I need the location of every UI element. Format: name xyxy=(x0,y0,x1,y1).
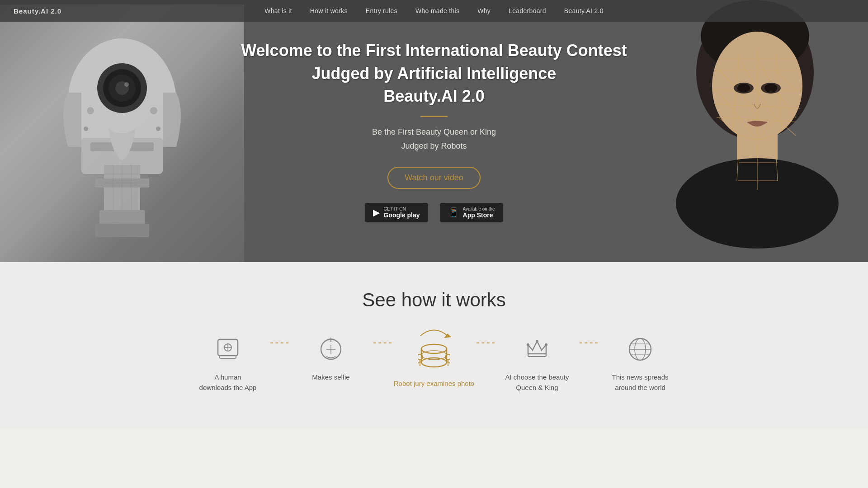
connector-3 xyxy=(476,333,495,343)
navigation: Beauty.AI 2.0 What is it How it works En… xyxy=(0,0,868,22)
app-store-label: Available on the xyxy=(463,206,495,211)
connector-4 xyxy=(580,333,598,343)
svg-rect-21 xyxy=(95,224,149,237)
step-download-icon xyxy=(212,333,244,365)
svg-point-85 xyxy=(545,343,547,346)
hero-title: Welcome to the First International Beaut… xyxy=(241,39,627,108)
hero-subtitle-line1: Be the First Beauty Queen or King xyxy=(372,127,496,136)
step-robot-label: Robot jury examines photo xyxy=(394,379,474,389)
robot-svg xyxy=(45,20,199,246)
step-ai-choose: AI choose the beautyQueen & King xyxy=(495,333,580,393)
step-robot-icon xyxy=(418,340,450,371)
step-download: A humandownloads the App xyxy=(185,333,270,393)
hero-title-line1: Welcome to the First International Beaut… xyxy=(241,41,627,60)
svg-point-58 xyxy=(764,84,777,93)
svg-point-72 xyxy=(421,358,447,367)
connector-1 xyxy=(270,333,288,343)
how-it-works-section: See how it works A humandownloads the Ap… xyxy=(0,262,868,429)
app-store-store: App Store xyxy=(463,211,493,219)
dot-line-3 xyxy=(476,343,495,343)
connector-2 xyxy=(373,333,392,343)
step-robot-jury: Robot jury examines photo xyxy=(392,324,476,389)
nav-item-why[interactable]: Why xyxy=(477,7,491,14)
step-selfie-label: Makes selfie xyxy=(312,372,349,383)
woman-svg xyxy=(642,0,868,262)
nav-item-entry-rules[interactable]: Entry rules xyxy=(366,7,397,14)
store-buttons: ▶ GET IT ON Google play 📱 Available on t… xyxy=(241,202,627,223)
dot-line-4 xyxy=(580,343,598,343)
svg-point-56 xyxy=(737,84,750,93)
step-download-label: A humandownloads the App xyxy=(199,372,257,393)
google-play-text: GET IT ON Google play xyxy=(383,206,420,219)
nav-item-beauty-ai[interactable]: Beauty.AI 2.0 xyxy=(564,7,604,14)
svg-point-83 xyxy=(527,343,529,346)
nav-item-leaderboard[interactable]: Leaderboard xyxy=(509,7,546,14)
google-play-label: GET IT ON xyxy=(383,206,406,211)
step-globe-icon xyxy=(624,333,656,365)
svg-point-84 xyxy=(536,340,538,343)
google-play-button[interactable]: ▶ GET IT ON Google play xyxy=(364,202,428,223)
svg-point-12 xyxy=(150,107,157,114)
nav-item-how-it-works[interactable]: How it works xyxy=(310,7,348,14)
step-ai-choose-label: AI choose the beautyQueen & King xyxy=(505,372,569,393)
step-selfie-icon xyxy=(315,333,347,365)
hero-divider xyxy=(420,116,448,117)
svg-point-13 xyxy=(84,127,88,131)
google-play-store: Google play xyxy=(383,211,420,219)
step-news-spreads: This news spreadsaround the world xyxy=(598,333,683,393)
dot-line-2 xyxy=(373,343,392,343)
svg-rect-82 xyxy=(528,354,546,357)
svg-rect-60 xyxy=(220,356,236,358)
hero-content: Welcome to the First International Beaut… xyxy=(232,30,636,231)
how-section-title: See how it works xyxy=(9,289,859,311)
app-store-text: Available on the App Store xyxy=(463,206,495,219)
hero-title-line2: Judged by Artificial Intelligence xyxy=(312,64,557,83)
hero-subtitle: Be the First Beauty Queen or King Judged… xyxy=(241,125,627,153)
dot-line-1 xyxy=(270,343,288,343)
step-crown-icon xyxy=(521,333,553,365)
watch-video-button[interactable]: Watch our video xyxy=(387,167,480,189)
step-news-label: This news spreadsaround the world xyxy=(612,372,668,393)
robot-image-left xyxy=(0,5,244,262)
app-store-icon: 📱 xyxy=(448,207,459,218)
svg-point-11 xyxy=(87,107,94,114)
woman-image-right xyxy=(642,0,868,262)
app-store-button[interactable]: 📱 Available on the App Store xyxy=(439,202,504,223)
svg-point-14 xyxy=(156,127,160,131)
svg-point-5 xyxy=(124,82,129,87)
hero-subtitle-line2: Judged by Robots xyxy=(401,141,467,150)
nav-item-what-is-it[interactable]: What is it xyxy=(264,7,292,14)
hero-title-line3: Beauty.AI 2.0 xyxy=(383,87,484,105)
step-selfie: Makes selfie xyxy=(288,333,373,383)
google-play-icon: ▶ xyxy=(373,207,380,218)
nav-item-who-made-this[interactable]: Who made this xyxy=(415,7,459,14)
steps-container: A humandownloads the App Makes selfie xyxy=(185,333,683,393)
nav-logo: Beauty.AI 2.0 xyxy=(14,7,61,15)
hero-section: Welcome to the First International Beaut… xyxy=(0,0,868,262)
